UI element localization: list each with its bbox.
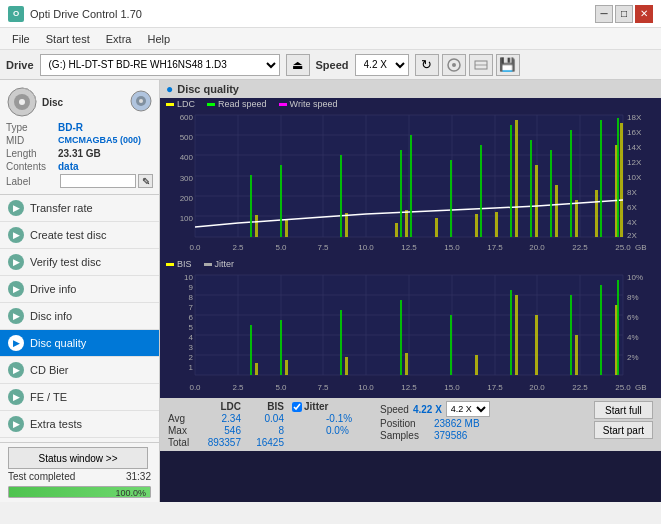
legend-read-speed: Read speed (207, 99, 267, 109)
svg-rect-37 (495, 212, 498, 237)
chart-header-title: Disc quality (177, 83, 239, 95)
sidebar-item-drive-info[interactable]: ▶ Drive info (0, 276, 159, 303)
speed-label: Speed (316, 59, 349, 71)
status-window-button[interactable]: Status window >> (8, 447, 148, 469)
label-input[interactable] (60, 174, 136, 188)
svg-text:17.5: 17.5 (487, 383, 503, 392)
svg-rect-118 (510, 290, 512, 375)
sidebar-item-label: FE / TE (30, 391, 67, 403)
sidebar-item-create-test-disc[interactable]: ▶ Create test disc (0, 222, 159, 249)
sidebar-item-transfer-rate[interactable]: ▶ Transfer rate (0, 195, 159, 222)
scan-button[interactable] (469, 54, 493, 76)
refresh-button[interactable]: ↻ (415, 54, 439, 76)
svg-rect-111 (575, 335, 578, 375)
drive-selector[interactable]: (G:) HL-DT-ST BD-RE WH16NS48 1.D3 (40, 54, 280, 76)
ldc-bis-stats: LDC BIS Avg 2.34 0.04 Max 546 8 Total 89… (168, 401, 284, 448)
nav-items: ▶ Transfer rate ▶ Create test disc ▶ Ver… (0, 195, 159, 438)
progress-label: 100.0% (115, 487, 146, 499)
drive-icon-buttons: ↻ 💾 (415, 54, 520, 76)
svg-text:25.0: 25.0 (615, 243, 631, 252)
menu-extra[interactable]: Extra (98, 31, 140, 47)
sidebar-item-label: Disc quality (30, 337, 86, 349)
svg-rect-32 (345, 213, 348, 237)
svg-text:12.5: 12.5 (401, 383, 417, 392)
eject-button[interactable]: ⏏ (286, 54, 310, 76)
speed-selector[interactable]: 4.2 X (355, 54, 409, 76)
svg-rect-54 (550, 150, 552, 237)
jitter-header: Jitter (304, 401, 328, 412)
sidebar-item-label: Extra tests (30, 418, 82, 430)
svg-text:2%: 2% (627, 353, 639, 362)
stats-total-row: Total 893357 16425 (168, 437, 284, 448)
svg-rect-117 (450, 315, 452, 375)
svg-text:0.0: 0.0 (189, 383, 201, 392)
svg-text:17.5: 17.5 (487, 243, 503, 252)
start-full-button[interactable]: Start full (594, 401, 653, 419)
svg-text:300: 300 (180, 174, 194, 183)
speed-stat-selector[interactable]: 4.2 X (446, 401, 490, 417)
position-row: Position 23862 MB (380, 418, 490, 429)
chart-area: ● Disc quality LDC Read speed Write spee… (160, 80, 661, 502)
menu-file[interactable]: File (4, 31, 38, 47)
svg-text:100: 100 (180, 214, 194, 223)
svg-rect-30 (255, 215, 258, 237)
speed-stat-label: Speed (380, 404, 409, 415)
sidebar-item-cd-bier[interactable]: ▶ CD Bier (0, 357, 159, 384)
svg-text:5.0: 5.0 (275, 383, 287, 392)
sidebar-item-fe-te[interactable]: ▶ FE / TE (0, 384, 159, 411)
svg-text:6X: 6X (627, 203, 637, 212)
svg-rect-53 (530, 140, 532, 237)
label-edit-button[interactable]: ✎ (138, 174, 153, 188)
svg-text:10: 10 (184, 273, 193, 282)
save-button[interactable]: 💾 (496, 54, 520, 76)
app-title: Opti Drive Control 1.70 (30, 8, 142, 20)
svg-text:600: 600 (180, 113, 194, 122)
window-controls[interactable]: ─ □ ✕ (595, 5, 653, 23)
svg-rect-44 (620, 123, 623, 237)
bottom-chart: BIS Jitter (160, 258, 661, 398)
disc-large-icon (129, 89, 153, 113)
jitter-checkbox[interactable] (292, 402, 302, 412)
disc-icon-button[interactable] (442, 54, 466, 76)
drive-label: Drive (6, 59, 34, 71)
sidebar-item-verify-test-disc[interactable]: ▶ Verify test disc (0, 249, 159, 276)
mid-key: MID (6, 135, 58, 146)
status-text: Test completed (8, 471, 75, 482)
svg-text:8X: 8X (627, 188, 637, 197)
svg-rect-36 (475, 214, 478, 237)
total-bis: 16425 (249, 437, 284, 448)
ldc-header (168, 401, 198, 412)
bis-col-header: BIS (249, 401, 284, 412)
start-part-button[interactable]: Start part (594, 421, 653, 439)
menu-start-test[interactable]: Start test (38, 31, 98, 47)
svg-text:8%: 8% (627, 293, 639, 302)
start-buttons: Start full Start part (594, 401, 653, 439)
svg-rect-33 (395, 223, 398, 237)
svg-rect-55 (570, 130, 572, 237)
fe-te-icon: ▶ (8, 389, 24, 405)
menu-bar: File Start test Extra Help (0, 28, 661, 50)
svg-text:2.5: 2.5 (232, 243, 244, 252)
legend-bis: BIS (166, 259, 192, 269)
avg-ldc: 2.34 (206, 413, 241, 424)
svg-text:2.5: 2.5 (232, 383, 244, 392)
bottom-chart-svg: 0.0 2.5 5.0 7.5 10.0 12.5 15.0 17.5 20.0… (160, 270, 661, 395)
main-content: Disc Type BD-R MID CMCMAGBA5 (0 (0, 80, 661, 502)
samples-row: Samples 379586 (380, 430, 490, 441)
close-button[interactable]: ✕ (635, 5, 653, 23)
stats-max-row: Max 546 8 (168, 425, 284, 436)
svg-text:6: 6 (189, 313, 194, 322)
sidebar-item-disc-info[interactable]: ▶ Disc info (0, 303, 159, 330)
sidebar-item-label: CD Bier (30, 364, 69, 376)
svg-rect-41 (575, 200, 578, 237)
svg-text:22.5: 22.5 (572, 383, 588, 392)
max-bis: 8 (249, 425, 284, 436)
svg-rect-121 (617, 280, 619, 375)
menu-help[interactable]: Help (139, 31, 178, 47)
disc-icon (6, 86, 38, 118)
minimize-button[interactable]: ─ (595, 5, 613, 23)
sidebar-item-disc-quality[interactable]: ▶ Disc quality (0, 330, 159, 357)
disc-panel: Disc Type BD-R MID CMCMAGBA5 (0 (0, 80, 159, 195)
sidebar-item-extra-tests[interactable]: ▶ Extra tests (0, 411, 159, 438)
maximize-button[interactable]: □ (615, 5, 633, 23)
